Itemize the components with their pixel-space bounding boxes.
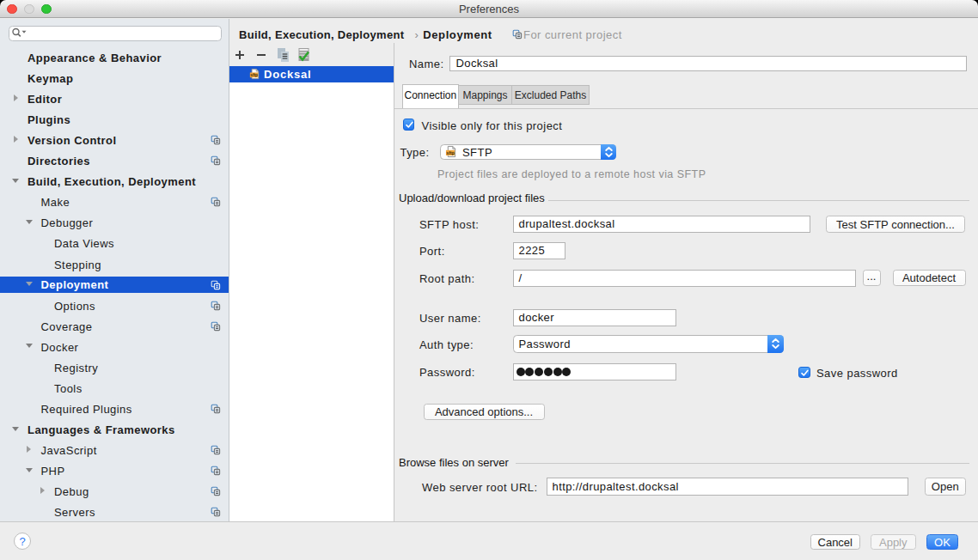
svg-text:sftp: sftp: [250, 73, 258, 77]
svg-text:sftp: sftp: [446, 150, 455, 155]
